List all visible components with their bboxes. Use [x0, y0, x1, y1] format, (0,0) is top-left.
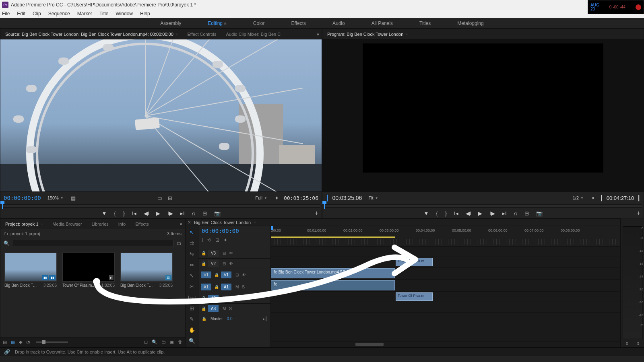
settings-wrench-icon[interactable]: ✦: [223, 237, 227, 243]
v1-toggle[interactable]: ⊟: [235, 273, 239, 277]
tab-info[interactable]: Info: [116, 220, 128, 228]
play-icon[interactable]: ▶: [156, 210, 160, 216]
slip-tool-icon[interactable]: |↔|: [188, 294, 196, 301]
ripple-tool-icon[interactable]: ⇆: [188, 250, 196, 257]
search-icon[interactable]: 🔍: [4, 241, 10, 246]
tab-effects[interactable]: Effects: [133, 220, 151, 228]
time-ruler[interactable]: :00:00 00:01:00:00 00:02:00:00 00:03:00:…: [271, 226, 620, 246]
clip-tower-v2[interactable]: Tower Of Pisa.m: [396, 258, 433, 266]
markers-icon[interactable]: ⊡: [215, 237, 219, 243]
slide-tool-icon[interactable]: ⊞: [188, 304, 196, 312]
v2-eye[interactable]: 👁: [229, 261, 233, 266]
p-marker-icon[interactable]: ▼: [423, 210, 429, 216]
list-view-icon[interactable]: ▤: [3, 339, 7, 345]
add-button-icon[interactable]: +: [315, 210, 318, 217]
rate-tool-icon[interactable]: ⤡: [188, 272, 196, 279]
menu-file[interactable]: File: [2, 11, 10, 16]
track-select-tool-icon[interactable]: ⇉: [188, 239, 196, 247]
tab-effect-controls[interactable]: Effect Controls: [185, 30, 219, 38]
step-back-icon[interactable]: ◀I: [144, 210, 149, 216]
v3-eye[interactable]: 👁: [229, 251, 233, 255]
ws-audio[interactable]: Audio: [329, 19, 348, 28]
a2-s[interactable]: S: [229, 296, 232, 300]
program-tc-in[interactable]: ┃ 00:03:25:06: [326, 195, 362, 201]
menu-title[interactable]: Title: [99, 11, 108, 16]
v1-eye[interactable]: 👁: [242, 273, 246, 277]
a1-lock[interactable]: 🔒: [214, 285, 219, 289]
meter-solo-l[interactable]: S: [625, 341, 628, 346]
tab-media-browser[interactable]: Media Browser: [50, 220, 84, 228]
a1-m[interactable]: M: [235, 285, 239, 289]
ws-allpanels[interactable]: All Panels: [368, 19, 396, 28]
overwrite-icon[interactable]: ⊟: [202, 210, 207, 216]
program-scrubber[interactable]: [324, 204, 642, 208]
a3-m[interactable]: M: [223, 306, 226, 311]
pen-tool-icon[interactable]: ✎: [188, 315, 196, 323]
menu-clip[interactable]: Clip: [33, 11, 41, 16]
track-v1[interactable]: V1: [221, 272, 231, 278]
new-bin-icon[interactable]: 🗀: [177, 241, 182, 246]
safe-margins-icon[interactable]: ▦: [70, 194, 76, 202]
menu-sequence[interactable]: Sequence: [48, 11, 70, 16]
v1-lock[interactable]: 🔒: [214, 273, 219, 277]
v2-toggle[interactable]: ⊟: [223, 261, 226, 266]
hand-tool-icon[interactable]: ✋: [188, 326, 196, 333]
p-extract-icon[interactable]: ⊟: [524, 210, 529, 216]
track-a1[interactable]: A1: [221, 284, 231, 290]
in-out-icon[interactable]: ▭: [157, 194, 163, 202]
p-add-button-icon[interactable]: +: [637, 210, 640, 217]
clip-bigben-a1[interactable]: fx: [271, 280, 395, 290]
thumbnail-size-slider[interactable]: [36, 341, 68, 343]
p-step-fwd-icon[interactable]: I▶: [489, 210, 495, 216]
meter-solo-r[interactable]: S: [637, 341, 640, 346]
in-point-icon[interactable]: {: [114, 210, 116, 216]
snap-icon[interactable]: ⫱: [202, 237, 203, 243]
ws-titles[interactable]: Titles: [416, 19, 434, 28]
ws-color[interactable]: Color: [250, 19, 268, 28]
ws-metalogging[interactable]: Metalogging: [454, 19, 487, 28]
v3-toggle[interactable]: ⊟: [223, 251, 226, 255]
tab-libraries[interactable]: Libraries: [89, 220, 111, 228]
find-icon[interactable]: 🔍: [152, 339, 157, 345]
tab-project[interactable]: Project: proyek 1≡: [3, 220, 45, 228]
program-fraction[interactable]: 1/2: [570, 195, 586, 201]
a3-s[interactable]: S: [229, 306, 232, 311]
project-search-input[interactable]: [13, 240, 173, 247]
new-bin-btn-icon[interactable]: 🗀: [161, 339, 166, 345]
track-master[interactable]: Master: [211, 317, 223, 321]
project-overflow[interactable]: »: [180, 221, 182, 227]
settings-icon[interactable]: ✦: [274, 194, 280, 202]
source-tc-in[interactable]: 00:00:00:00: [4, 195, 41, 201]
a2-lock[interactable]: 🔒: [201, 296, 206, 300]
p-export-frame-icon[interactable]: 📷: [536, 210, 543, 216]
program-resolution[interactable]: Fit: [366, 195, 380, 201]
insert-icon[interactable]: ⎌: [192, 210, 195, 216]
menu-edit[interactable]: Edit: [17, 11, 25, 16]
tab-program[interactable]: Program: Big Ben Clock Tower London≡: [325, 30, 410, 38]
program-video[interactable]: [363, 43, 604, 173]
bin-item-0[interactable]: ▮▮▮▮ Big Ben Clock Tower...3:25:06: [4, 253, 57, 288]
timeline-timecode[interactable]: 00:00:00:00: [198, 226, 270, 236]
bin-item-1[interactable]: ▸ Tower Of Pisa.m...1:02:05: [62, 253, 115, 288]
step-fwd-icon[interactable]: I▶: [167, 210, 173, 216]
timeline-tracks-area[interactable]: :00:00 00:01:00:00 00:02:00:00 00:03:00:…: [271, 226, 620, 347]
sort-icon[interactable]: ◔: [26, 339, 30, 345]
master-lock[interactable]: 🔒: [202, 317, 206, 321]
p-step-back-icon[interactable]: ◀I: [466, 210, 471, 216]
a1-s[interactable]: S: [242, 285, 245, 289]
p-goto-in-icon[interactable]: I◂: [454, 210, 458, 216]
tab-audio-mixer[interactable]: Audio Clip Mixer: Big Ben C: [223, 30, 283, 38]
ws-assembly[interactable]: Assembly: [157, 19, 184, 28]
a2-m[interactable]: M: [223, 296, 226, 300]
out-point-icon[interactable]: }: [123, 210, 125, 216]
v3-lock[interactable]: 🔒: [201, 251, 206, 255]
close-sequence-icon[interactable]: ×: [188, 220, 191, 225]
marker-icon[interactable]: ▼: [101, 210, 107, 216]
zoom-tool-icon[interactable]: 🔍: [188, 337, 196, 344]
selection-tool-icon[interactable]: ↖: [188, 228, 196, 236]
v2-lock[interactable]: 🔒: [201, 261, 206, 266]
drag-video-icon[interactable]: ⊞: [167, 194, 173, 202]
clip-tower-a2[interactable]: Tower Of Pisa.m: [396, 292, 433, 301]
source-video[interactable]: [0, 39, 322, 191]
track-a3[interactable]: A3: [208, 305, 219, 312]
